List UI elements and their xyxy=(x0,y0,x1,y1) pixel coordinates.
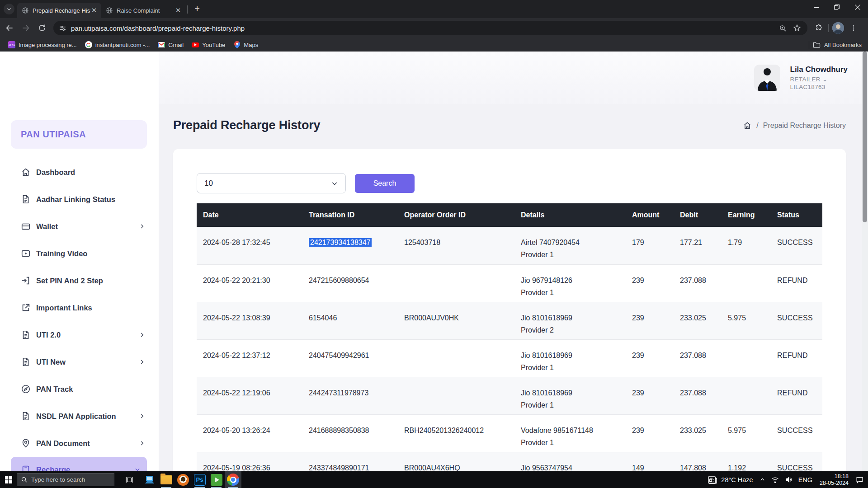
cell-date: 2024-05-22 20:21:30 xyxy=(197,264,302,302)
sidebar-item-dashboard[interactable]: Dashboard xyxy=(0,159,159,186)
breadcrumb-separator: / xyxy=(756,122,758,130)
start-button[interactable] xyxy=(0,471,17,488)
restore-icon xyxy=(834,5,840,10)
action-center-button[interactable] xyxy=(856,476,863,483)
tray-expand-button[interactable] xyxy=(760,477,765,483)
col-earning: Earning xyxy=(722,203,771,227)
volume-button[interactable] xyxy=(785,476,793,483)
zoom-page-button[interactable] xyxy=(777,22,788,34)
browser-menu-button[interactable] xyxy=(848,22,859,34)
sidebar-item-label: NSDL PAN Application xyxy=(36,412,139,421)
sidebar-item-label: UTI New xyxy=(36,358,139,366)
search-button[interactable]: Search xyxy=(355,174,415,193)
sidebar-item-uti-new[interactable]: UTI New xyxy=(0,348,159,375)
network-button[interactable] xyxy=(771,477,779,483)
page-size-select[interactable]: 10 xyxy=(197,173,346,193)
weather-widget[interactable]: 28°C Haze xyxy=(708,476,753,484)
magnifier-icon xyxy=(779,24,787,32)
taskbar-app-explorer[interactable] xyxy=(158,471,175,488)
all-bookmarks-label: All Bookmarks xyxy=(824,42,862,48)
user-name: Lila Chowdhury xyxy=(790,65,848,74)
task-view-button[interactable] xyxy=(121,471,137,488)
toolbar-right xyxy=(810,22,859,34)
sidebar-item-label: Important Links xyxy=(36,304,145,312)
all-bookmarks-button[interactable]: All Bookmarks xyxy=(813,42,862,48)
bookmark-item[interactable]: YouTube xyxy=(192,41,225,48)
tab-close-icon[interactable]: ✕ xyxy=(175,7,182,14)
taskbar-search-input[interactable] xyxy=(31,476,104,483)
cell-earning: 1.79 xyxy=(722,227,771,264)
page-scrollbar[interactable] xyxy=(862,52,868,471)
sidebar-item-aadhar-linking-status[interactable]: Aadhar Linking Status xyxy=(0,186,159,213)
reload-button[interactable] xyxy=(35,21,49,35)
sidebar-item-pan-document[interactable]: PAN Document xyxy=(0,430,159,457)
sidebar-item-training-video[interactable]: Training Video xyxy=(0,240,159,267)
language-indicator[interactable]: ENG xyxy=(798,476,812,483)
cell-debit: 147.808 xyxy=(674,452,722,471)
sidebar-top-area xyxy=(5,52,154,101)
weather-text: 28°C Haze xyxy=(721,476,753,483)
address-bar[interactable]: pan.utipaisa.com/dashboard/prepaid-recha… xyxy=(53,21,807,35)
user-role-dropdown[interactable]: RETAILER ⌄ xyxy=(790,75,848,83)
wifi-icon xyxy=(771,477,779,483)
home-icon[interactable] xyxy=(743,121,752,130)
bookmark-item[interactable]: Gmail xyxy=(158,41,184,48)
sidebar-item-important-links[interactable]: Important Links xyxy=(0,294,159,321)
sidebar-item-set-pin[interactable]: Set PIN And 2 Step xyxy=(0,267,159,294)
taskbar-app-play[interactable] xyxy=(208,471,225,488)
taskbar-app-chrome[interactable] xyxy=(225,471,241,488)
sidebar-item-wallet[interactable]: Wallet xyxy=(0,213,159,240)
back-button[interactable] xyxy=(3,21,16,35)
minimize-button[interactable] xyxy=(806,0,826,14)
person-photo-icon xyxy=(832,22,844,34)
sidebar-item-nsdl-pan-application[interactable]: NSDL PAN Application xyxy=(0,403,159,430)
new-tab-button[interactable]: + xyxy=(191,3,203,15)
tab-close-icon[interactable]: ✕ xyxy=(90,7,98,14)
extensions-button[interactable] xyxy=(813,22,825,34)
bookmark-label: Image processing re... xyxy=(19,42,77,48)
tab-prepaid-recharge-history[interactable]: Prepaid Recharge History ✕ xyxy=(17,3,101,18)
browser-profile-avatar[interactable] xyxy=(832,22,844,34)
web-page: PAN UTIPAISA Dashboard Aadhar Linking St… xyxy=(0,52,868,471)
sidebar-item-recharge[interactable]: Recharge xyxy=(11,457,147,471)
tab-title: Prepaid Recharge History xyxy=(33,7,90,14)
bookmark-label: YouTube xyxy=(202,42,225,48)
cell-debit: 177.21 xyxy=(674,227,722,264)
table-row: 2024-05-28 17:32:45 242173934138347 1254… xyxy=(197,227,822,264)
site-settings-icon[interactable] xyxy=(59,24,66,32)
sidebar-item-uti-2-0[interactable]: UTI 2.0 xyxy=(0,321,159,348)
bookmark-item[interactable]: Maps xyxy=(233,41,258,48)
taskbar-app-pc[interactable] xyxy=(141,471,158,488)
chevron-up-icon xyxy=(760,477,765,483)
scrollbar-thumb[interactable] xyxy=(863,52,867,222)
cell-amount: 239 xyxy=(626,377,674,414)
tab-raise-complaint[interactable]: Raise Complaint ✕ xyxy=(101,3,185,18)
tab-search-button[interactable] xyxy=(4,4,14,14)
user-meta: Lila Chowdhury RETAILER ⌄ LILAC18763 xyxy=(790,65,848,90)
forward-button[interactable] xyxy=(19,21,33,35)
col-operator-order-id: Operator Order ID xyxy=(398,203,514,227)
bookmark-item[interactable]: G instantpanuti.com -... xyxy=(85,41,150,48)
taskbar-search[interactable] xyxy=(17,473,114,486)
sidebar-item-pan-track[interactable]: PAN Track xyxy=(0,375,159,403)
user-profile[interactable]: Lila Chowdhury RETAILER ⌄ LILAC18763 xyxy=(754,65,848,91)
content-card: 10 Search Date Trans xyxy=(173,149,846,471)
cell-date: 2024-05-28 17:32:45 xyxy=(197,227,302,264)
sidebar-item-label: Dashboard xyxy=(36,168,145,177)
bookmark-item[interactable]: JPG Image processing re... xyxy=(8,41,77,48)
restore-button[interactable] xyxy=(826,0,847,14)
cell-amount: 149 xyxy=(626,452,674,471)
brand-logo[interactable]: PAN UTIPAISA xyxy=(11,120,147,149)
taskbar-app-photoshop[interactable]: Ps xyxy=(191,471,208,488)
cell-operator xyxy=(398,264,514,302)
bookmark-star-button[interactable] xyxy=(791,22,803,34)
cell-txn: 242173934138347 xyxy=(302,227,398,264)
sidebar-item-label: Recharge xyxy=(36,465,134,472)
taskbar-app-orange[interactable] xyxy=(175,471,191,488)
table-header-row: Date Transation ID Operator Order ID Det… xyxy=(197,203,822,227)
close-window-button[interactable] xyxy=(847,0,868,14)
cell-status: REFUND xyxy=(771,377,822,414)
selected-text[interactable]: 242173934138347 xyxy=(309,238,372,247)
url-text[interactable]: pan.utipaisa.com/dashboard/prepaid-recha… xyxy=(71,24,774,32)
clock[interactable]: 18:18 28-05-2024 xyxy=(820,473,849,487)
